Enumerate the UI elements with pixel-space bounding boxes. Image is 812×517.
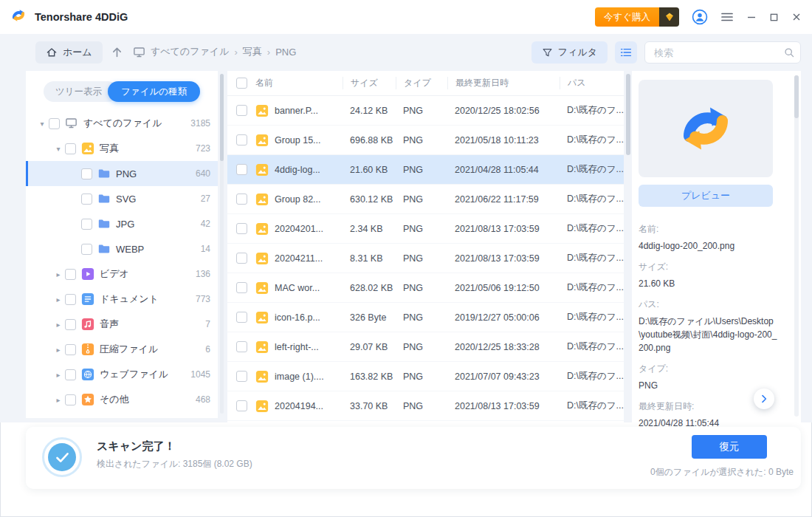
- caret-down-icon[interactable]: ▾: [35, 120, 49, 128]
- table-row[interactable]: 20204201...2.34 KBPNG2021/08/13 17:03:59…: [227, 214, 624, 244]
- buy-now-button[interactable]: 今すぐ購入: [595, 7, 679, 27]
- tab-tree-view[interactable]: ツリー表示: [44, 81, 118, 102]
- table-scrollbar[interactable]: [626, 74, 630, 418]
- support-icon[interactable]: [692, 9, 708, 25]
- table-row[interactable]: left-right-...29.07 KBPNG2020/12/25 18:3…: [227, 332, 624, 362]
- scrollbar-thumb[interactable]: [794, 75, 799, 118]
- caret-right-icon[interactable]: ▸: [52, 371, 65, 379]
- search-icon: [783, 47, 795, 61]
- search-input[interactable]: [644, 41, 801, 64]
- tree-item-checkbox[interactable]: [65, 294, 76, 305]
- table-row[interactable]: MAC wor...628.02 KBPNG2021/05/06 19:12:5…: [227, 273, 624, 303]
- tree-item-checkbox[interactable]: [65, 319, 76, 330]
- tree-item-checkbox[interactable]: [65, 344, 76, 355]
- tree-item-checkbox[interactable]: [65, 269, 76, 280]
- column-header-name[interactable]: 名前: [255, 77, 343, 89]
- tree-item[interactable]: ▸音声7: [26, 312, 218, 337]
- table-row[interactable]: Group 82...630.12 KBPNG2021/06/22 11:17:…: [227, 185, 624, 214]
- row-checkbox[interactable]: [236, 105, 247, 116]
- column-header-type[interactable]: タイプ: [396, 77, 447, 89]
- filter-button[interactable]: フィルタ: [531, 41, 608, 64]
- tree-item[interactable]: ▸圧縮ファイル6: [26, 337, 218, 362]
- column-header-path[interactable]: パス: [560, 77, 624, 89]
- row-checkbox[interactable]: [236, 282, 247, 293]
- table-row[interactable]: image (1)....163.82 KBPNG2021/07/07 09:4…: [227, 362, 624, 391]
- tree-item-checkbox[interactable]: [81, 219, 92, 230]
- tree-item-label: SVG: [116, 194, 136, 205]
- menu-icon[interactable]: [720, 10, 734, 24]
- table-row[interactable]: banner.P...24.12 KBPNG2020/12/25 18:02:5…: [227, 96, 624, 126]
- file-type: PNG: [396, 312, 447, 323]
- preview-scrollbar[interactable]: [794, 75, 799, 417]
- tree-item[interactable]: ▾すべてのファイル3185: [26, 111, 218, 136]
- up-arrow-icon[interactable]: [111, 46, 123, 58]
- web-icon: [81, 368, 94, 381]
- row-checkbox[interactable]: [236, 341, 247, 352]
- minimize-button[interactable]: [746, 12, 757, 22]
- file-preview-logo-icon: [670, 93, 741, 164]
- tree-item-checkbox[interactable]: [65, 394, 76, 405]
- next-arrow-button[interactable]: [754, 388, 774, 409]
- recover-button[interactable]: 復元: [692, 435, 767, 459]
- caret-right-icon[interactable]: ▸: [52, 346, 65, 354]
- column-header-modified[interactable]: 最終更新日時: [447, 77, 560, 89]
- row-checkbox[interactable]: [236, 164, 247, 175]
- file-path: D:\既存のフ...: [560, 222, 624, 235]
- table-row[interactable]: 20204211...8.31 KBPNG2021/08/13 17:03:59…: [227, 244, 624, 273]
- row-checkbox[interactable]: [236, 312, 247, 323]
- table-row[interactable]: Group 15...696.88 KBPNG2021/05/18 10:11:…: [227, 126, 624, 155]
- document-icon: [81, 292, 94, 306]
- caret-right-icon[interactable]: ▸: [52, 396, 65, 404]
- row-checkbox[interactable]: [236, 194, 247, 205]
- row-checkbox[interactable]: [236, 223, 247, 234]
- tree-item-count: 468: [196, 394, 218, 405]
- sidebar-scrollbar[interactable]: [220, 74, 224, 414]
- tab-file-type[interactable]: ファイルの種類: [108, 81, 200, 102]
- caret-right-icon[interactable]: ▸: [52, 270, 65, 278]
- tree-item[interactable]: JPG42: [26, 211, 218, 236]
- breadcrumb-item-all-files[interactable]: すべてのファイル: [151, 45, 229, 58]
- breadcrumb-item-png[interactable]: PNG: [275, 47, 296, 58]
- scrollbar-thumb[interactable]: [626, 74, 630, 155]
- tree-item[interactable]: ▸ウェブファイル1045: [26, 362, 218, 387]
- row-checkbox[interactable]: [236, 371, 247, 382]
- scrollbar-thumb[interactable]: [220, 74, 224, 161]
- close-button[interactable]: [791, 12, 802, 22]
- tree-item-checkbox[interactable]: [65, 143, 76, 154]
- caret-right-icon[interactable]: ▸: [52, 321, 65, 329]
- row-checkbox[interactable]: [236, 253, 247, 264]
- row-checkbox[interactable]: [236, 134, 247, 145]
- list-view-toggle[interactable]: [615, 41, 637, 64]
- row-checkbox[interactable]: [236, 400, 247, 411]
- caret-down-icon[interactable]: ▾: [52, 145, 65, 153]
- select-all-checkbox[interactable]: [236, 78, 247, 89]
- tree-item[interactable]: PNG640: [26, 161, 218, 186]
- tree-item[interactable]: SVG27: [26, 186, 218, 211]
- preview-button[interactable]: プレビュー: [639, 185, 773, 207]
- maximize-button[interactable]: [769, 13, 779, 22]
- file-path: D:\既存のフ...: [560, 193, 624, 205]
- tree-item[interactable]: ▸その他468: [26, 387, 218, 412]
- tree-item[interactable]: ▸ドキュメント773: [26, 287, 218, 312]
- file-size: 628.02 KB: [343, 283, 396, 293]
- tree-item-checkbox[interactable]: [65, 369, 76, 380]
- tree-item[interactable]: WEBP14: [26, 236, 218, 261]
- caret-right-icon[interactable]: ▸: [52, 295, 65, 304]
- tree-item-checkbox[interactable]: [81, 168, 92, 179]
- file-type: PNG: [396, 106, 447, 116]
- tree-item-checkbox[interactable]: [81, 244, 92, 255]
- table-row[interactable]: 4ddig-log...21.60 KBPNG2021/04/28 11:05:…: [227, 155, 624, 185]
- table-row[interactable]: icon-16.p...326 BytePNG2019/12/27 05:00:…: [227, 303, 624, 332]
- image-file-icon: [255, 252, 269, 265]
- tree-item[interactable]: ▾写真723: [26, 136, 218, 161]
- tree-item[interactable]: ▸ビデオ136: [26, 261, 218, 287]
- home-button[interactable]: ホーム: [35, 41, 103, 64]
- breadcrumb-item-photos[interactable]: 写真: [243, 45, 262, 58]
- tree-item-checkbox[interactable]: [49, 118, 60, 129]
- filter-label: フィルタ: [558, 46, 597, 59]
- column-header-size[interactable]: サイズ: [343, 77, 396, 89]
- file-type: PNG: [396, 342, 447, 352]
- app-window: Tenorshare 4DDiG 今すぐ購入 ホーム すべてのファイル › 写真: [0, 0, 812, 517]
- table-row[interactable]: 20204194...33.70 KBPNG2021/08/13 17:03:5…: [227, 391, 624, 421]
- tree-item-checkbox[interactable]: [81, 194, 92, 205]
